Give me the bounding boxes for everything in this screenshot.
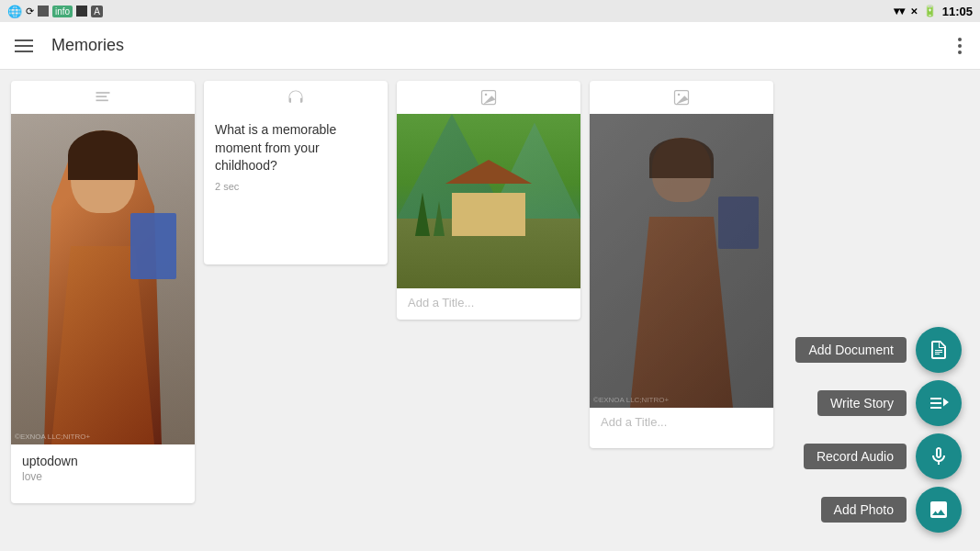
memory-card-1[interactable]: ©EXNOA LLC;NITRO+ uptodown love (11, 81, 195, 503)
memory-card-2[interactable]: What is a memorable moment from your chi… (204, 81, 388, 264)
fab-photo-button[interactable] (916, 487, 962, 533)
signal-icon: ✕ (910, 6, 918, 17)
fab-audio-item: Record Audio (804, 433, 962, 479)
card3-footer: Add a Title... (397, 288, 580, 317)
fab-photo-item: Add Photo (821, 487, 962, 533)
fab-document-item: Add Document (795, 327, 962, 373)
card2-body: What is a memorable moment from your chi… (204, 114, 388, 199)
text-icon (94, 88, 112, 110)
card1-subtitle: love (22, 470, 184, 483)
card4-footer: Add a Title... (590, 408, 773, 436)
card2-duration: 2 sec (215, 181, 377, 192)
fab-audio-button[interactable] (916, 433, 962, 479)
card1-image: ©EXNOA LLC;NITRO+ (11, 114, 195, 444)
card4-watermark: ©EXNOA LLC;NITRO+ (593, 396, 669, 404)
headphones-icon (287, 88, 305, 110)
memory-card-3[interactable]: Add a Title... (397, 81, 580, 320)
status-right-icons: ▾▾ ✕ 🔋 11:05 (894, 5, 973, 18)
card3-image (397, 114, 580, 288)
more-options-button[interactable] (954, 34, 965, 58)
card4-overlay (590, 114, 773, 408)
fab-story-item: Write Story (817, 380, 962, 426)
card1-name: uptodown (22, 454, 184, 468)
card3-type-icon-area (397, 81, 580, 114)
card4-title-placeholder: Add a Title... (601, 415, 667, 429)
image-icon-3 (479, 88, 498, 110)
anime-book (130, 213, 176, 279)
card2-question: What is a memorable moment from your chi… (215, 121, 377, 175)
card1-footer: uptodown love (11, 444, 195, 492)
house-body (452, 193, 525, 236)
top-bar: Memories (0, 22, 980, 70)
square-icon (38, 6, 49, 17)
fab-photo-label: Add Photo (821, 497, 907, 523)
fab-story-label: Write Story (817, 390, 907, 416)
fab-audio-label: Record Audio (804, 444, 907, 469)
card4-image: ©EXNOA LLC;NITRO+ (590, 114, 773, 408)
memory-card-4[interactable]: ©EXNOA LLC;NITRO+ Add a Title... (590, 81, 773, 448)
refresh-icon: ⟳ (26, 6, 34, 17)
svg-rect-1 (96, 96, 107, 97)
fab-document-button[interactable] (916, 327, 962, 373)
svg-point-4 (485, 94, 488, 96)
hamburger-menu[interactable] (15, 39, 33, 52)
status-bar: 🌐 ⟳ info A ▾▾ ✕ 🔋 11:05 (0, 0, 980, 22)
status-left-icons: 🌐 ⟳ info A (7, 5, 103, 18)
svg-point-6 (678, 94, 681, 96)
card2-type-icon-area (204, 81, 388, 114)
fab-story-button[interactable] (916, 380, 962, 426)
fab-area: Add Document Write Story Record Audio (795, 327, 962, 533)
globe-icon: 🌐 (7, 5, 22, 18)
svg-rect-2 (96, 100, 108, 102)
card3-title-placeholder: Add a Title... (408, 296, 474, 309)
app-icon-2: A (91, 6, 103, 17)
square-icon-2 (76, 6, 87, 17)
card1-type-icon-area (11, 81, 195, 114)
watermark: ©EXNOA LLC;NITRO+ (15, 433, 90, 441)
image-icon-4 (672, 88, 691, 110)
game-bg (397, 114, 580, 288)
card4-type-icon-area (590, 81, 773, 114)
wifi-icon: ▾▾ (894, 5, 905, 17)
top-bar-actions (954, 34, 965, 58)
anime-hair (68, 130, 138, 180)
game-house (452, 175, 525, 237)
svg-rect-0 (96, 92, 110, 94)
app-title: Memories (51, 36, 124, 55)
app-icon-1: info (52, 6, 73, 17)
battery-icon: 🔋 (923, 5, 937, 17)
main-content: ©EXNOA LLC;NITRO+ uptodown love What is … (0, 70, 980, 551)
clock: 11:05 (942, 5, 973, 18)
fab-document-label: Add Document (795, 337, 907, 363)
